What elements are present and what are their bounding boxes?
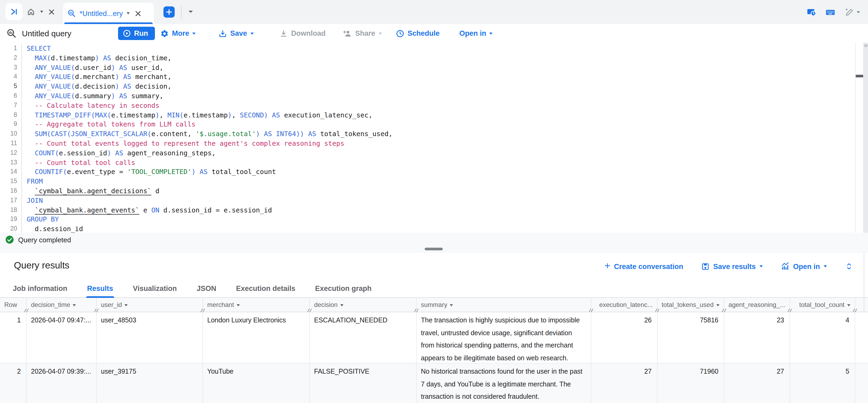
- query-title: Untitled query: [22, 29, 71, 38]
- expand-results-icon[interactable]: [845, 262, 853, 271]
- column-resize-handle[interactable]: [414, 308, 419, 313]
- column-resize-handle[interactable]: [24, 308, 29, 313]
- column-header-user_id[interactable]: user_id: [97, 298, 203, 312]
- column-header-Row[interactable]: Row: [0, 298, 27, 312]
- gutter-divider: [21, 120, 22, 129]
- code-line[interactable]: 10 SUM(CAST(JSON_EXTRACT_SCALAR(e.conten…: [0, 129, 854, 139]
- results-tab-label: Visualization: [133, 284, 177, 293]
- editor-tab-bar: *Untitled...ery: [0, 0, 868, 25]
- column-header-execution_latenc[interactable]: execution_latenc...: [591, 298, 657, 312]
- code-line[interactable]: 6 ANY_VALUE(d.summary) AS summary,: [0, 91, 854, 101]
- home-tab-close-icon[interactable]: [48, 8, 55, 15]
- results-open-in-caret: [824, 265, 827, 267]
- code-line[interactable]: 5 ANY_VALUE(d.decision) AS decision,: [0, 82, 854, 91]
- results-open-in-button[interactable]: Open in: [781, 262, 827, 271]
- code-line[interactable]: 8 TIMESTAMP_DIFF(MAX(e.timestamp), MIN(e…: [0, 110, 854, 120]
- column-resize-handle[interactable]: [200, 308, 205, 313]
- code-line[interactable]: 9 -- Aggregate total tokens from LLM cal…: [0, 120, 854, 129]
- active-tab-menu-caret[interactable]: [127, 12, 130, 14]
- tab-history-icon[interactable]: [807, 7, 816, 17]
- code-line[interactable]: 7 -- Calculate latency in seconds: [0, 101, 854, 110]
- gutter-divider: [21, 72, 22, 82]
- column-header-decision[interactable]: decision: [310, 298, 416, 312]
- save-button[interactable]: Save: [218, 24, 253, 43]
- gutter-divider: [21, 148, 22, 158]
- active-query-tab[interactable]: *Untitled...ery: [63, 3, 154, 24]
- column-resize-handle[interactable]: [589, 308, 593, 313]
- code-line[interactable]: 1SELECT: [0, 44, 854, 54]
- create-conversation-button[interactable]: + Create conversation: [604, 262, 683, 271]
- cell-decision_time: 2026-04-07 09:39:...: [27, 364, 97, 403]
- open-in-button[interactable]: Open in: [459, 24, 493, 43]
- save-results-icon: [701, 262, 709, 270]
- column-header-merchant[interactable]: merchant: [203, 298, 310, 312]
- active-tab-close-icon[interactable]: [134, 10, 142, 17]
- column-header-summary[interactable]: summary: [416, 298, 591, 312]
- column-resize-handle[interactable]: [94, 308, 99, 313]
- home-tab-menu-caret[interactable]: [40, 11, 43, 13]
- collapse-panel-button[interactable]: [5, 3, 23, 20]
- share-button: Share: [343, 24, 382, 43]
- sort-caret-icon: [125, 304, 128, 306]
- column-resize-handle[interactable]: [655, 308, 660, 313]
- column-resize-handle[interactable]: [852, 308, 857, 313]
- column-header-decision_time[interactable]: decision_time: [27, 298, 97, 312]
- gutter-divider: [21, 177, 22, 186]
- code-line[interactable]: 14 COUNTIF(e.event_type = 'TOOL_COMPLETE…: [0, 167, 854, 177]
- run-button[interactable]: Run: [118, 27, 155, 40]
- more-button[interactable]: More: [160, 24, 196, 43]
- line-number: 8: [0, 110, 21, 120]
- column-header-agent_reasoning_[interactable]: agent_reasoning_...: [724, 298, 790, 312]
- results-tab-visualization[interactable]: Visualization: [133, 280, 177, 297]
- code-line[interactable]: 16 `cymbal_bank.agent_decisions` d: [0, 186, 854, 196]
- column-resize-handle[interactable]: [722, 308, 726, 313]
- code-line[interactable]: 12 COUNT(e.session_id) AS agent_reasonin…: [0, 148, 854, 158]
- editor-scrollbar-track[interactable]: [863, 43, 868, 233]
- column-header-total_tokens_used[interactable]: total_tokens_used: [657, 298, 724, 312]
- code-line[interactable]: 20 d.session_id: [0, 224, 854, 233]
- schedule-button[interactable]: Schedule: [396, 24, 440, 43]
- gutter-divider: [21, 224, 22, 233]
- code-line[interactable]: 3 ANY_VALUE(d.user_id) AS user_id,: [0, 63, 854, 72]
- home-tab[interactable]: [27, 0, 55, 24]
- active-tab-label: *Untitled...ery: [80, 9, 123, 18]
- results-tab-execution-graph[interactable]: Execution graph: [315, 280, 372, 297]
- code-line[interactable]: 17JOIN: [0, 196, 854, 205]
- save-results-button[interactable]: Save results: [701, 262, 763, 270]
- code-line[interactable]: 18 `cymbal_bank.agent_events` e ON d.ses…: [0, 205, 854, 215]
- results-tab-results[interactable]: Results: [87, 280, 113, 297]
- column-header-label: total_tool_count: [799, 301, 844, 308]
- line-number: 10: [0, 129, 21, 139]
- tabbar-right-actions: [807, 0, 860, 24]
- gutter-divider: [21, 196, 22, 205]
- more-caret: [192, 33, 196, 35]
- panel-resize-handle[interactable]: [425, 247, 443, 250]
- keyboard-icon[interactable]: [825, 7, 835, 17]
- results-tab-job-information[interactable]: Job information: [13, 280, 67, 297]
- editor-scrollbar-thumb[interactable]: [856, 75, 863, 77]
- code-line[interactable]: 2 MAX(d.timestamp) AS decision_time,: [0, 54, 854, 63]
- column-resize-handle[interactable]: [307, 308, 312, 313]
- sql-editor[interactable]: 1SELECT2 MAX(d.timestamp) AS decision_ti…: [0, 43, 868, 233]
- code-line[interactable]: 4 ANY_VALUE(d.merchant) AS merchant,: [0, 72, 854, 82]
- new-tab-button[interactable]: [163, 6, 175, 18]
- tab-list-caret[interactable]: [189, 11, 193, 13]
- gutter-divider: [21, 215, 22, 225]
- query-status-label: Query completed: [18, 236, 71, 244]
- person-add-icon: [343, 29, 352, 38]
- column-resize-handle[interactable]: [787, 308, 792, 313]
- create-conversation-label: Create conversation: [614, 262, 683, 270]
- code-line[interactable]: 19GROUP BY: [0, 215, 854, 225]
- code-line[interactable]: 15FROM: [0, 177, 854, 186]
- results-tab-json[interactable]: JSON: [196, 280, 216, 297]
- code-line[interactable]: 13 -- Count total tool calls: [0, 158, 854, 167]
- sort-caret-icon: [237, 304, 240, 306]
- plus-icon: [165, 8, 173, 15]
- cell-Row: 2: [0, 364, 27, 403]
- column-header-total_tool_count[interactable]: total_tool_count: [790, 298, 855, 312]
- code-text: FROM: [27, 177, 43, 186]
- results-tab-execution-details[interactable]: Execution details: [236, 280, 296, 297]
- download-button: Download: [279, 24, 326, 43]
- assist-menu[interactable]: [844, 7, 860, 17]
- code-line[interactable]: 11 -- Count total events logged to repre…: [0, 139, 854, 148]
